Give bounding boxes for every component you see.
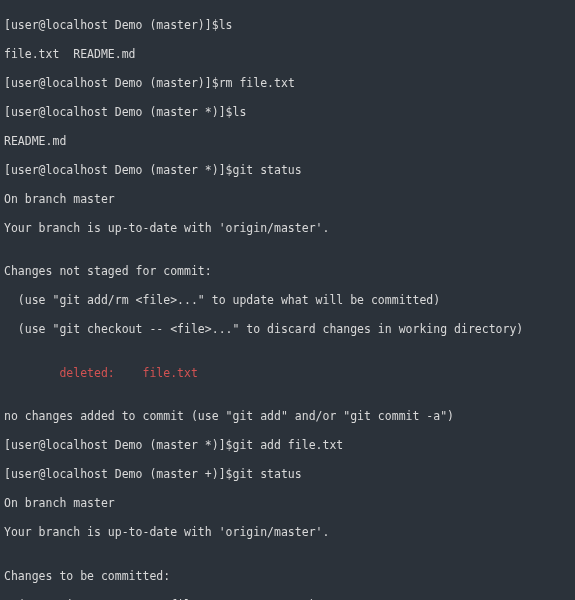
output-line: On branch master	[4, 192, 571, 207]
terminal-window[interactable]: [user@localhost Demo (master)]$ls file.t…	[0, 0, 575, 600]
prompt-line: [user@localhost Demo (master)]$rm file.t…	[4, 76, 571, 91]
command-text: rm file.txt	[219, 76, 295, 90]
shell-prompt: [user@localhost Demo (master *)]$	[4, 105, 232, 119]
command-text: ls	[232, 105, 246, 119]
shell-prompt: [user@localhost Demo (master)]$	[4, 18, 219, 32]
output-line: (use "git add/rm <file>..." to update wh…	[4, 293, 571, 308]
output-line: README.md	[4, 134, 571, 149]
prompt-line: [user@localhost Demo (master *)]$git add…	[4, 438, 571, 453]
shell-prompt: [user@localhost Demo (master)]$	[4, 76, 219, 90]
output-line: Your branch is up-to-date with 'origin/m…	[4, 525, 571, 540]
shell-prompt: [user@localhost Demo (master +)]$	[4, 467, 232, 481]
prompt-line: [user@localhost Demo (master +)]$git sta…	[4, 467, 571, 482]
prompt-line: [user@localhost Demo (master *)]$ls	[4, 105, 571, 120]
command-text: git status	[232, 163, 301, 177]
output-line: Your branch is up-to-date with 'origin/m…	[4, 221, 571, 236]
output-line: file.txt README.md	[4, 47, 571, 62]
output-line: no changes added to commit (use "git add…	[4, 409, 571, 424]
output-line: Changes not staged for commit:	[4, 264, 571, 279]
prompt-line: [user@localhost Demo (master *)]$git sta…	[4, 163, 571, 178]
command-text: git add file.txt	[232, 438, 343, 452]
prompt-line: [user@localhost Demo (master)]$ls	[4, 18, 571, 33]
command-text: ls	[219, 18, 233, 32]
deleted-unstaged-line: deleted: file.txt	[4, 366, 571, 381]
shell-prompt: [user@localhost Demo (master *)]$	[4, 438, 232, 452]
output-line: Changes to be committed:	[4, 569, 571, 584]
shell-prompt: [user@localhost Demo (master *)]$	[4, 163, 232, 177]
command-text: git status	[232, 467, 301, 481]
output-line: (use "git checkout -- <file>..." to disc…	[4, 322, 571, 337]
output-line: On branch master	[4, 496, 571, 511]
